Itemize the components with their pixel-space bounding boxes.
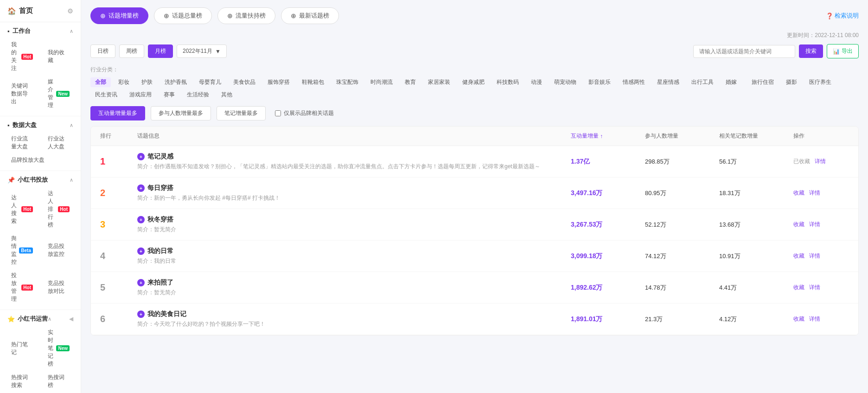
topic-name-3[interactable]: + 秋冬穿搭 — [137, 216, 571, 224]
search-button[interactable]: 搜索 — [799, 44, 823, 58]
sidebar-item-hot-words-rank[interactable]: 热搜词榜 — [40, 371, 77, 392]
detail-btn-4[interactable]: 详情 — [809, 252, 820, 260]
sidebar-item-competitor-compare[interactable]: 竞品投放对比 — [40, 269, 77, 306]
sidebar-item-sentiment[interactable]: 舆情监控 Beta — [4, 232, 40, 269]
sidebar-item-my-follow[interactable]: 我的关注 Hot — [4, 38, 40, 75]
sidebar-item-search-words[interactable]: 热搜词搜索 — [4, 371, 40, 392]
tag-home[interactable]: 家居家装 — [423, 77, 455, 87]
collect-btn-6[interactable]: 收藏 — [793, 315, 804, 323]
tag-emotion[interactable]: 情感两性 — [618, 77, 650, 87]
tag-life-exp[interactable]: 生活经验 — [182, 90, 214, 100]
export-button[interactable]: 📊 导出 — [827, 44, 859, 58]
detail-btn-3[interactable]: 详情 — [809, 221, 820, 228]
tag-skincare[interactable]: 护肤 — [137, 77, 157, 87]
sort-icon: ↑ — [600, 133, 603, 139]
tag-game[interactable]: 游戏应用 — [125, 90, 156, 100]
notes-1: 56.1万 — [719, 158, 793, 166]
tab-total[interactable]: ⊕ 话题总量榜 — [154, 7, 212, 24]
tab-growth[interactable]: ⊕ 话题增量榜 — [90, 7, 148, 24]
tag-other[interactable]: 其他 — [217, 90, 237, 100]
participants-3: 52.12万 — [645, 221, 719, 229]
sidebar-item-kol-search[interactable]: 达人搜索 Hot — [4, 187, 40, 232]
detail-btn-5[interactable]: 详情 — [809, 284, 820, 292]
subtab-interaction[interactable]: 互动量增量最多 — [90, 106, 145, 120]
topic-name-4[interactable]: + 我的日常 — [137, 247, 571, 255]
sidebar-item-industry-kol[interactable]: 行业达人大盘 — [40, 132, 77, 153]
tag-tech[interactable]: 科技数码 — [492, 77, 523, 87]
tag-all[interactable]: 全部 — [90, 77, 111, 87]
topic-name-5[interactable]: + 来拍照了 — [137, 279, 571, 287]
tag-fragrance[interactable]: 洗护香氛 — [160, 77, 191, 87]
sidebar-item-kol-rank[interactable]: 达人排行榜 Hot — [40, 187, 77, 232]
sidebar-item-delivery-manage[interactable]: 投放管理 Hot — [4, 269, 40, 306]
help-link[interactable]: ❓ 检索说明 — [826, 12, 859, 20]
table-row: 2 + 每日穿搭 简介：新的一年，勇从长向你发起 #每日穿搭# 打卡挑战！ 3,… — [91, 177, 858, 209]
tag-food[interactable]: 美食饮品 — [229, 77, 260, 87]
sidebar-item-keyword-export[interactable]: 关键词数据导出 — [4, 75, 40, 112]
tag-entertainment[interactable]: 影音娱乐 — [584, 77, 615, 87]
main-inner: ⊕ 话题增量榜 ⊕ 话题总量榜 ⊕ 流量扶持榜 ⊕ 最新话题榜 ❓ 检索说明 — [81, 0, 868, 393]
tab-traffic[interactable]: ⊕ 流量扶持榜 — [217, 7, 275, 24]
col-interaction[interactable]: 互动量增量 ↑ — [571, 132, 645, 140]
tag-sports[interactable]: 赛事 — [159, 90, 179, 100]
tag-medical[interactable]: 医疗养生 — [804, 77, 836, 87]
tag-jewelry[interactable]: 珠宝配饰 — [332, 77, 363, 87]
detail-btn-6[interactable]: 详情 — [809, 315, 820, 323]
tag-shoes[interactable]: 鞋靴箱包 — [297, 77, 329, 87]
brand-checkbox[interactable] — [275, 110, 281, 116]
sidebar-item-brand-delivery[interactable]: 品牌投放大盘 — [4, 153, 77, 167]
sidebar-item-competitor-monitor[interactable]: 竞品投放监控 — [40, 232, 77, 269]
section-delivery-header[interactable]: 📌 小红书投放 ∧ — [0, 171, 81, 187]
tag-anime[interactable]: 动漫 — [526, 77, 547, 87]
topic-name-2[interactable]: + 每日穿搭 — [137, 184, 571, 192]
tag-civic[interactable]: 民生资讯 — [90, 90, 122, 100]
btn-monthly[interactable]: 月榜 — [148, 44, 173, 58]
section-ops-header[interactable]: ⭐ 小红书运营 ∧ ◀ — [0, 310, 81, 326]
detail-btn-2[interactable]: 详情 — [809, 189, 820, 197]
subtab-notes[interactable]: 笔记增量最多 — [217, 106, 266, 120]
date-select[interactable]: 2022年11月 ▼ — [177, 44, 227, 58]
sidebar-item-media-manage[interactable]: 媒介管理 New — [40, 75, 77, 112]
topic-info-6: + 我的美食日记 简介：今天吃了什么好吃的？拍个视频分享一下吧！ — [137, 310, 571, 328]
subtab-participants[interactable]: 参与人数增量最多 — [151, 106, 211, 120]
tag-pets[interactable]: 萌宠动物 — [549, 77, 581, 87]
tag-wedding[interactable]: 婚嫁 — [721, 77, 741, 87]
collect-btn-3[interactable]: 收藏 — [793, 221, 804, 228]
tag-edu[interactable]: 教育 — [400, 77, 421, 87]
sidebar-item-my-collect[interactable]: 我的收藏 — [40, 38, 77, 75]
interaction-3: 3,267.53万 — [571, 221, 645, 229]
section-data: ▪ 数据大盘 ∧ 行业流量大盘 行业达人大盘 品牌投放大盘 — [0, 116, 81, 171]
participants-2: 80.95万 — [645, 189, 719, 197]
topic-desc-1: 简介：创作遇瓶颈不知道发啥？别担心，「笔记灵感」精选站内最受关注的选题，助你直冲… — [137, 163, 571, 171]
sidebar-item-industry-flow[interactable]: 行业流量大盘 — [4, 132, 40, 153]
actions-4: 收藏 详情 — [793, 252, 849, 260]
tag-fitness[interactable]: 健身减肥 — [458, 77, 489, 87]
collect-btn-5[interactable]: 收藏 — [793, 284, 804, 292]
btn-weekly[interactable]: 周榜 — [119, 44, 144, 58]
sidebar-item-realtime-rank[interactable]: 实时笔记榜 New — [40, 326, 77, 371]
topic-name-1[interactable]: + 笔记灵感 — [137, 152, 571, 161]
collect-btn-1[interactable]: 已收藏 — [793, 158, 810, 165]
search-input[interactable] — [693, 45, 795, 58]
collect-btn-2[interactable]: 收藏 — [793, 189, 804, 197]
tag-astro[interactable]: 星座情感 — [652, 77, 684, 87]
tab-latest[interactable]: ⊕ 最新话题榜 — [281, 7, 339, 24]
gear-icon[interactable]: ⚙ — [67, 7, 73, 15]
tag-photo[interactable]: 摄影 — [781, 77, 802, 87]
detail-btn-1[interactable]: 详情 — [815, 158, 826, 165]
section-data-header[interactable]: ▪ 数据大盘 ∧ — [0, 116, 81, 132]
btn-daily[interactable]: 日榜 — [90, 44, 115, 58]
tag-travel-tool[interactable]: 出行工具 — [687, 77, 718, 87]
topic-name-6[interactable]: + 我的美食日记 — [137, 310, 571, 318]
tag-maternal[interactable]: 母婴育儿 — [194, 77, 226, 87]
section-workspace-header[interactable]: ▪ 工作台 ∧ — [0, 22, 81, 38]
sidebar: 🏠 首页 ⚙ ▪ 工作台 ∧ 我的关注 Hot 我的收藏 关键词数据导出 媒介管… — [0, 0, 81, 393]
section-ops: ⭐ 小红书运营 ∧ ◀ 热门笔记 实时笔记榜 New 热搜词搜索 热搜词榜 话题… — [0, 310, 81, 393]
sidebar-item-hot-notes[interactable]: 热门笔记 — [4, 326, 40, 371]
tag-makeup[interactable]: 彩妆 — [114, 77, 134, 87]
tag-travel[interactable]: 旅行住宿 — [747, 77, 779, 87]
collect-btn-4[interactable]: 收藏 — [793, 252, 804, 260]
tag-fashion[interactable]: 服饰穿搭 — [263, 77, 294, 87]
tag-trendy[interactable]: 时尚潮流 — [366, 77, 397, 87]
participants-1: 298.85万 — [645, 158, 719, 166]
